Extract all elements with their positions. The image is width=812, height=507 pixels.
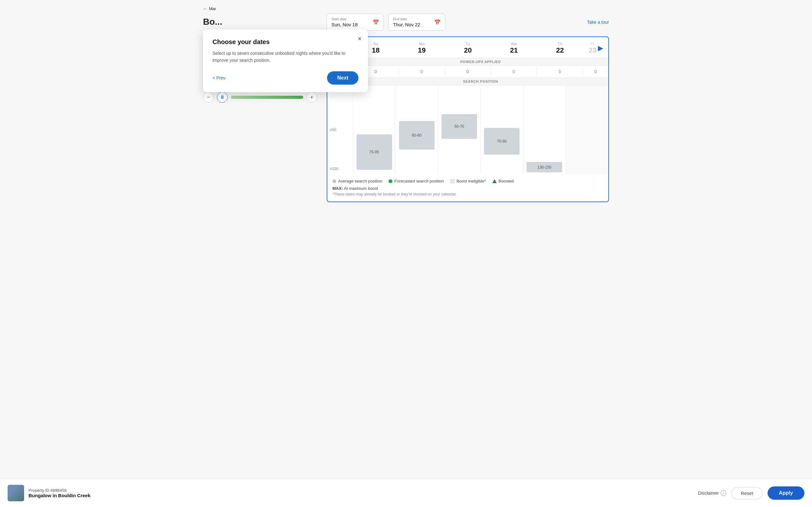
tooltip-nav: < Prev Next (212, 71, 358, 84)
chart-col-21: 70-90 (481, 86, 523, 174)
property-info: Property ID 6898458 Bungalow in Bouldin … (8, 485, 90, 501)
bar-19: 60-80 (399, 121, 435, 150)
day-abbr-6: Fr (589, 42, 596, 46)
chart-col-23 (566, 86, 608, 174)
day-num-5: 22 (539, 46, 581, 55)
chart-col-19: 60-80 (396, 86, 438, 174)
back-label: Mar (209, 6, 216, 11)
footnote: *These dates may already be booked or th… (327, 192, 608, 202)
back-arrow-icon: ← (203, 6, 207, 11)
powerups-cell-2: 0 (399, 66, 445, 77)
day-num-3: 20 (447, 46, 489, 55)
property-thumbnail (8, 485, 24, 501)
day-num-2: 19 (401, 46, 443, 55)
day-abbr-5: Th (539, 42, 581, 46)
legend-dot-forecasted (389, 179, 392, 183)
property-id: Property ID 6898458 (29, 488, 90, 493)
info-icon: i (721, 490, 726, 496)
chart-col-18: 75-95 (353, 86, 396, 174)
legend-average-label: Average search position (338, 179, 382, 183)
end-date-value: Thur, Nov 22 (393, 22, 420, 27)
tooltip-modal: × Choose your dates Select up to seven c… (203, 30, 368, 92)
increase-button[interactable]: + (306, 92, 317, 103)
cal-header-next: Fr 23 ▶ (583, 37, 608, 58)
take-tour-link[interactable]: Take a tour (587, 20, 609, 25)
day-abbr-4: We (493, 42, 535, 46)
page-footer: Property ID 6898458 Bungalow in Bouldin … (0, 479, 812, 507)
legend-forecasted-label: Forecasted search position (394, 179, 444, 183)
powerups-cell-3: 0 (445, 66, 491, 77)
apply-button[interactable]: Apply (768, 487, 804, 500)
property-details: Property ID 6898458 Bungalow in Bouldin … (29, 488, 90, 498)
next-month-arrow[interactable]: ▶ (598, 44, 603, 52)
close-button[interactable]: × (358, 35, 362, 43)
max-note: MAX: At maximum boost (327, 186, 608, 192)
legend-boosted-label: Boosted (499, 179, 514, 183)
cal-day-5[interactable]: Th 22 (537, 37, 583, 58)
max-note-text: At maximum boost (344, 186, 378, 191)
powerups-row: 0 0 0 0 0 0 0 (327, 66, 608, 78)
legend-ineligible: Boost ineligible* (450, 179, 486, 183)
start-calendar-icon: 📅 (373, 19, 379, 25)
powerups-cell-5: 0 (537, 66, 583, 77)
bar-22: 130-150 (526, 162, 562, 173)
day-num-4: 21 (493, 46, 535, 55)
reset-button[interactable]: Reset (731, 487, 762, 499)
left-panel: Bo... Increa... dates w... positi... fro… (203, 14, 317, 202)
legend-dot-average (333, 179, 336, 183)
property-name: Bungalow in Bouldin Creek (29, 493, 90, 498)
powerups-applied-label: POWER-UPS APPLIED (353, 58, 608, 66)
tooltip-body: Select up to seven consecutive unbooked … (212, 50, 358, 64)
back-link[interactable]: ← Mar (203, 6, 609, 11)
y-axis-label-100: #100 (330, 167, 350, 171)
page-title: Bo... (203, 17, 317, 27)
prev-link[interactable]: < Prev (212, 75, 225, 80)
decrease-button[interactable]: − (203, 92, 214, 103)
date-row: Start date Sun, Nov 18 📅 End date Thur, … (327, 14, 609, 31)
powerups-cell-4: 0 (491, 66, 537, 77)
cal-day-3[interactable]: Tu 20 (445, 37, 491, 58)
legend-row: Average search position Forecasted searc… (327, 174, 608, 186)
legend-average: Average search position (333, 179, 382, 183)
calendar-container: ◀ Mo 17 Su 18 Mo 19 (327, 37, 609, 202)
bar-18: 75-95 (357, 134, 392, 170)
chart-y-axis: #1 #50 #100 (327, 86, 353, 174)
start-date-label: Start date (332, 17, 358, 21)
chart-col-20: 50-70 (438, 86, 480, 174)
cal-day-4[interactable]: We 21 (491, 37, 537, 58)
slider-track[interactable] (231, 96, 303, 99)
bar-20: 50-70 (442, 114, 477, 139)
slider-row: − ⏸ + (203, 92, 317, 103)
legend-forecasted: Forecasted search position (389, 179, 444, 183)
cal-header: ◀ Mo 17 Su 18 Mo 19 (327, 37, 608, 58)
start-date-value: Sun, Nov 18 (332, 22, 358, 27)
pause-button[interactable]: ⏸ (217, 92, 228, 103)
day-abbr-3: Tu (447, 42, 489, 46)
legend-ineligible-label: Boost ineligible* (456, 179, 486, 183)
tooltip-title: Choose your dates (212, 38, 358, 46)
day-num-6: 23 (589, 46, 596, 55)
end-date-label: End date (393, 17, 420, 21)
footer-right: Disclaimer i Reset Apply (698, 487, 804, 500)
legend-pattern-ineligible (450, 179, 455, 183)
next-button[interactable]: Next (327, 71, 358, 84)
chart-col-22: 130-150 (523, 86, 566, 174)
disclaimer-label: Disclaimer (698, 491, 719, 496)
y-axis-label-50: #50 (330, 128, 350, 132)
search-position-label: SEARCH POSITION (353, 78, 608, 85)
day-abbr-2: Mo (401, 42, 443, 46)
bar-21: 70-90 (484, 128, 519, 155)
right-panel: Start date Sun, Nov 18 📅 End date Thur, … (327, 14, 609, 202)
end-calendar-icon: 📅 (434, 19, 441, 25)
disclaimer-button[interactable]: Disclaimer i (698, 490, 726, 496)
powerups-cell-6: 0 (583, 66, 608, 77)
end-date-field[interactable]: End date Thur, Nov 22 📅 (388, 14, 445, 31)
cal-day-2[interactable]: Mo 19 (399, 37, 445, 58)
legend-boosted: Boosted (492, 179, 514, 183)
legend-triangle-boosted (492, 179, 497, 183)
start-date-field[interactable]: Start date Sun, Nov 18 📅 (327, 14, 384, 31)
